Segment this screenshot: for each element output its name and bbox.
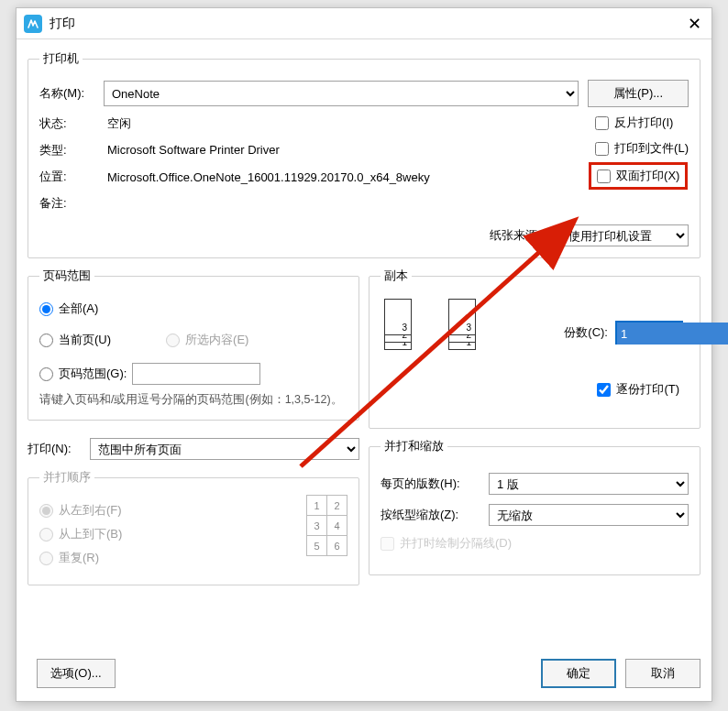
options-button[interactable]: 选项(O)... xyxy=(37,659,116,688)
copies-group: 副本 1 2 3 1 2 3 xyxy=(369,268,700,429)
paper-source-select[interactable]: 使用打印机设置 xyxy=(560,224,689,246)
titlebar: 打印 ✕ xyxy=(17,8,711,39)
collate-checkbox[interactable]: 逐份打印(T) xyxy=(597,381,679,398)
status-label: 状态: xyxy=(39,115,107,132)
where-value: Microsoft.Office.OneNote_16001.11929.201… xyxy=(107,170,542,184)
scale-label: 按纸型缩放(Z): xyxy=(381,507,481,523)
where-label: 位置: xyxy=(39,169,107,185)
order-group: 并打顺序 12 34 56 从左到右(F) 从上到下(B) 重复(R) xyxy=(28,469,359,585)
printer-name-select[interactable]: OneNote xyxy=(104,81,579,106)
zoom-group-label: 并打和缩放 xyxy=(381,438,447,454)
paper-source-label: 纸张来源(S): xyxy=(490,227,557,244)
page-range-group-label: 页码范围 xyxy=(39,268,94,284)
order-tb-radio: 从上到下(B) xyxy=(39,526,297,542)
printer-group-label: 打印机 xyxy=(39,50,83,67)
print-to-file-checkbox[interactable]: 打印到文件(L) xyxy=(595,140,689,157)
order-lr-radio: 从左到右(F) xyxy=(39,502,297,519)
order-diagram: 12 34 56 xyxy=(306,495,347,556)
copies-input[interactable]: ▲ ▼ xyxy=(615,321,683,345)
page-range-group: 页码范围 全部(A) 当前页(U) 所选内容(E) 页码范围(G): xyxy=(28,268,359,421)
order-group-label: 并打顺序 xyxy=(39,469,94,486)
print-what-select[interactable]: 范围中所有页面 xyxy=(90,438,359,460)
printer-name-label: 名称(M): xyxy=(39,85,94,102)
properties-button[interactable]: 属性(P)... xyxy=(588,80,689,107)
page-range-hint: 请键入页码和/或用逗号分隔的页码范围(例如：1,3,5-12)。 xyxy=(39,392,347,409)
range-selection-radio: 所选内容(E) xyxy=(166,332,248,348)
cancel-button[interactable]: 取消 xyxy=(625,659,700,688)
reverse-print-checkbox[interactable]: 反片打印(I) xyxy=(595,115,673,131)
draw-lines-checkbox: 并打时绘制分隔线(D) xyxy=(381,535,689,552)
comment-label: 备注: xyxy=(39,195,107,212)
printer-group: 打印机 名称(M): OneNote 属性(P)... 状态: 空闲 反片打印(… xyxy=(28,50,700,258)
type-label: 类型: xyxy=(39,142,107,159)
range-pages-radio[interactable]: 页码范围(G): xyxy=(39,363,347,385)
close-button[interactable]: ✕ xyxy=(682,12,706,36)
type-value: Microsoft Software Printer Driver xyxy=(107,143,542,157)
print-what-label: 打印(N): xyxy=(28,441,83,457)
copies-group-label: 副本 xyxy=(381,268,412,284)
status-value: 空闲 xyxy=(107,115,542,132)
per-sheet-select[interactable]: 1 版 xyxy=(489,473,689,495)
range-all-radio[interactable]: 全部(A) xyxy=(39,301,347,317)
ok-button[interactable]: 确定 xyxy=(541,659,616,688)
window-title: 打印 xyxy=(50,16,75,32)
order-repeat-radio: 重复(R) xyxy=(39,550,297,566)
scale-select[interactable]: 无缩放 xyxy=(489,504,689,526)
app-icon xyxy=(24,15,42,33)
per-sheet-label: 每页的版数(H): xyxy=(381,476,481,492)
duplex-print-checkbox[interactable]: 双面打印(X) xyxy=(589,162,688,190)
page-range-input[interactable] xyxy=(132,363,260,385)
range-current-radio[interactable]: 当前页(U) xyxy=(39,332,111,348)
zoom-group: 并打和缩放 每页的版数(H): 1 版 按纸型缩放(Z): 无缩放 xyxy=(369,438,700,575)
copies-label: 份数(C): xyxy=(564,324,608,341)
